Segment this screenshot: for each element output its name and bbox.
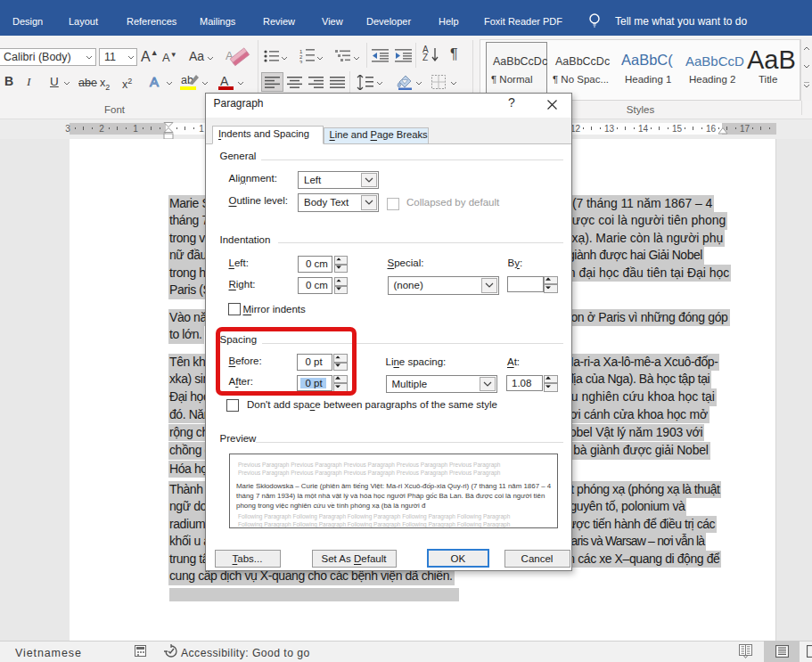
svg-text:3: 3 — [299, 60, 303, 63]
